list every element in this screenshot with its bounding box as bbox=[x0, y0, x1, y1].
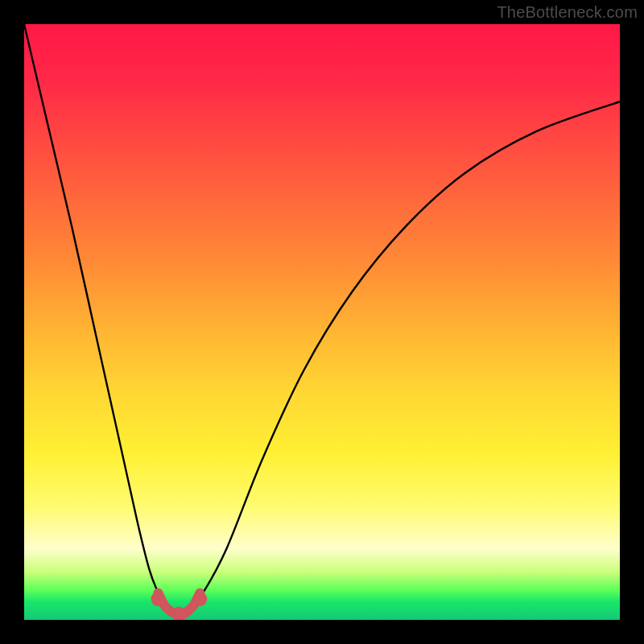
chart-frame: TheBottleneck.com bbox=[0, 0, 644, 644]
valley-marker bbox=[171, 607, 186, 620]
watermark-label: TheBottleneck.com bbox=[497, 3, 638, 22]
valley-marker bbox=[192, 592, 207, 606]
valley-marker bbox=[151, 592, 166, 606]
marker-layer bbox=[24, 24, 620, 620]
plot-area bbox=[24, 24, 620, 620]
